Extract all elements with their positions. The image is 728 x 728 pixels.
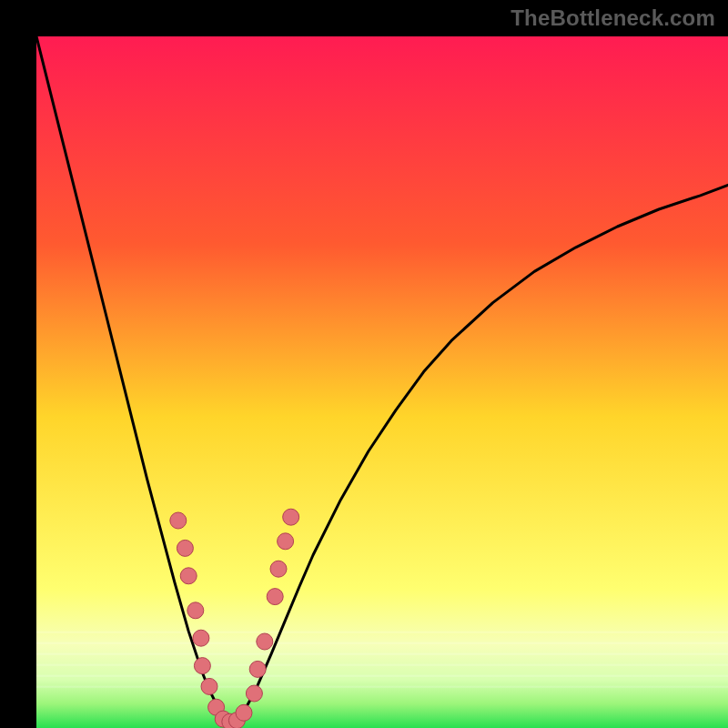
data-marker — [236, 704, 252, 721]
svg-rect-1 — [36, 642, 728, 644]
data-marker — [283, 509, 299, 525]
svg-rect-5 — [36, 686, 728, 688]
watermark-text: TheBottleneck.com — [511, 5, 715, 31]
plot-background — [36, 36, 728, 728]
svg-rect-0 — [36, 632, 728, 633]
data-marker — [194, 658, 210, 674]
bottleneck-chart — [36, 36, 728, 728]
data-marker — [246, 685, 262, 702]
data-marker — [257, 633, 273, 650]
data-marker — [193, 630, 209, 646]
data-marker — [249, 661, 266, 677]
svg-rect-4 — [36, 675, 728, 677]
svg-rect-3 — [36, 664, 728, 666]
data-marker — [270, 561, 287, 577]
data-marker — [170, 512, 187, 529]
chart-svg — [36, 36, 728, 728]
data-marker — [177, 540, 193, 556]
svg-rect-2 — [36, 653, 728, 655]
data-marker — [278, 533, 294, 550]
chart-frame: TheBottleneck.com — [0, 0, 728, 728]
data-marker — [180, 568, 197, 584]
data-marker — [187, 602, 204, 619]
data-marker — [267, 589, 283, 605]
data-marker — [201, 678, 217, 694]
